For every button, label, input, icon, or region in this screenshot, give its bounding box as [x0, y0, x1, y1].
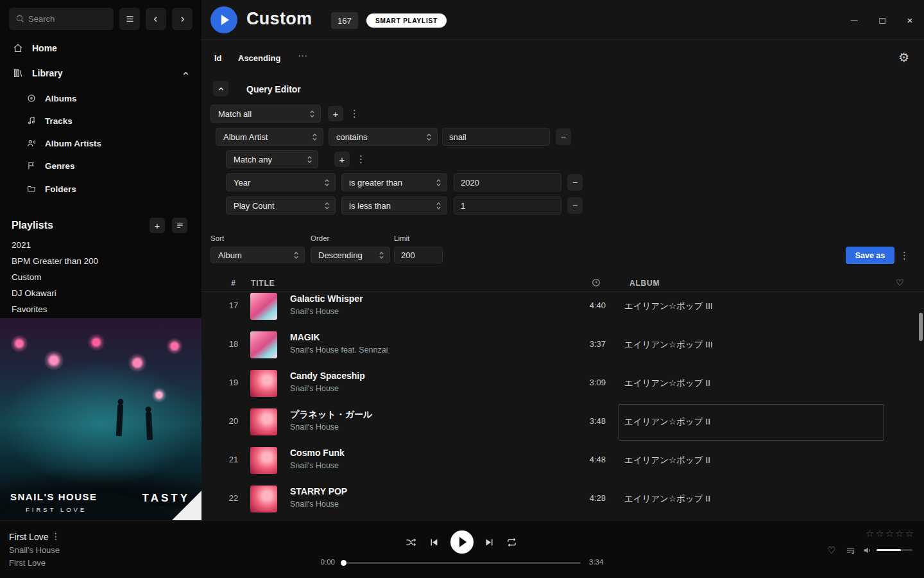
nav-forward-button[interactable] [172, 8, 193, 30]
rule-value-input[interactable] [454, 197, 561, 215]
subgroup-menu-button[interactable]: ⋮ [356, 153, 366, 165]
sidebar-item-library[interactable]: Library [0, 62, 201, 84]
settings-gear-button[interactable]: ⚙ [898, 50, 909, 65]
album-cell-focus-outline [619, 404, 884, 441]
query-editor-collapse-button[interactable] [213, 81, 228, 96]
search-box[interactable] [9, 8, 114, 30]
player-bar: First Love ⋮ Snail's House First Love 0:… [0, 520, 924, 578]
track-row[interactable]: 21 Cosmo Funk Snail's House 4:48 エイリアン☆ポ… [201, 441, 924, 480]
shuffle-button[interactable] [406, 537, 416, 548]
updown-icon [293, 251, 299, 259]
playlists-header: Playlists [12, 217, 193, 234]
save-as-button[interactable]: Save as [846, 247, 894, 264]
window-close-button[interactable]: × [901, 11, 919, 29]
column-header-album[interactable]: ALBUM [629, 279, 660, 288]
favorite-heart-button[interactable]: ♡ [827, 545, 835, 556]
sidebar-item-folders[interactable]: Folders [0, 178, 201, 200]
header-overflow-button[interactable]: ⋯ [298, 50, 307, 62]
rule-operator-select[interactable]: contains [329, 128, 438, 146]
sidebar-item-albums[interactable]: Albums [0, 87, 201, 109]
track-menu-button[interactable]: ⋮ [51, 531, 60, 541]
table-header: # TITLE ALBUM ♡ [201, 275, 924, 292]
updown-icon [436, 202, 441, 210]
playlist-item[interactable]: Custom [0, 269, 201, 285]
search-input[interactable] [28, 8, 110, 30]
playlist-options-button[interactable] [172, 218, 187, 233]
sort-select[interactable]: Album [210, 247, 305, 263]
album-art-thumbnail [250, 447, 277, 474]
star-icon[interactable]: ☆ [875, 528, 884, 539]
sidebar-item-label: Folders [45, 184, 76, 194]
track-row[interactable]: 17 Galactic Whisper Snail's House 4:40 エ… [201, 293, 924, 326]
star-icon[interactable]: ☆ [905, 528, 914, 539]
rule-field-select[interactable]: Album Artist [216, 128, 323, 146]
add-playlist-button[interactable]: + [150, 218, 165, 233]
clock-icon[interactable] [592, 278, 601, 287]
rule-operator-select[interactable]: is greater than [341, 173, 447, 191]
group-menu-button[interactable]: ⋮ [350, 108, 359, 119]
artwork-artist-text: SNAIL'S HOUSE [10, 491, 98, 502]
remove-rule-button[interactable]: − [567, 174, 583, 191]
seek-handle[interactable] [341, 560, 346, 566]
play-pause-button[interactable] [450, 530, 474, 554]
skip-previous-icon [429, 537, 440, 548]
playlist-item[interactable]: DJ Okawari [0, 285, 201, 301]
rule-value-input[interactable] [454, 173, 561, 191]
sort-direction-button[interactable]: Ascending [238, 53, 280, 63]
chevron-up-icon[interactable] [182, 69, 190, 78]
sidebar-item-album-artists[interactable]: Album Artists [0, 132, 201, 154]
track-row[interactable]: 18 MAGIK Snail's House feat. Sennzai 3:3… [201, 326, 924, 364]
menu-button[interactable] [119, 8, 140, 30]
column-header-index[interactable]: # [221, 279, 246, 288]
sort-field-button[interactable]: Id [214, 53, 222, 63]
repeat-button[interactable] [506, 537, 517, 548]
playlist-item[interactable]: 2021 [0, 237, 201, 253]
column-header-title[interactable]: TITLE [251, 279, 275, 288]
order-label: Order [311, 234, 329, 242]
rule-field-select[interactable]: Play Count [226, 197, 336, 215]
window-maximize-button[interactable]: □ [873, 11, 891, 29]
scrollbar-thumb[interactable] [919, 313, 923, 341]
star-icon[interactable]: ☆ [895, 528, 903, 539]
star-icon[interactable]: ☆ [886, 528, 894, 539]
order-select[interactable]: Descending [311, 247, 390, 263]
nav-back-button[interactable] [146, 8, 166, 30]
add-subrule-button[interactable]: + [334, 152, 350, 167]
previous-button[interactable] [429, 537, 440, 548]
sidebar-item-label: Genres [45, 161, 75, 171]
volume-button[interactable] [862, 545, 873, 556]
heart-icon[interactable]: ♡ [896, 277, 904, 288]
star-rating[interactable]: ☆ ☆ ☆ ☆ ☆ [866, 528, 914, 539]
sidebar-item-genres[interactable]: Genres [0, 155, 201, 177]
updown-icon [379, 251, 384, 259]
track-row[interactable]: 20 プラネット・ガール Snail's House 3:48 エイリアン☆ポッ… [201, 403, 924, 441]
main-content: Custom 167 SMART PLAYLIST ─ □ × Id Ascen… [201, 0, 924, 520]
seek-bar[interactable] [343, 562, 581, 564]
remove-rule-button[interactable]: − [567, 197, 583, 214]
add-rule-button[interactable]: + [328, 106, 343, 121]
track-row[interactable]: 19 Candy Spaceship Snail's House 3:09 エイ… [201, 364, 924, 403]
match-type-select[interactable]: Match all [210, 105, 321, 123]
query-overflow-button[interactable]: ⋮ [900, 250, 909, 261]
remove-rule-button[interactable]: − [556, 128, 571, 145]
sidebar-item-home[interactable]: Home [0, 37, 201, 59]
queue-button[interactable] [846, 546, 855, 556]
rule-operator-select[interactable]: is less than [341, 197, 447, 215]
smart-playlist-badge: SMART PLAYLIST [366, 13, 447, 28]
window-minimize-button[interactable]: ─ [845, 11, 863, 29]
play-playlist-button[interactable] [210, 6, 237, 33]
volume-slider[interactable] [877, 549, 912, 551]
now-playing-artist: Snail's House [9, 545, 60, 555]
limit-input[interactable] [394, 247, 443, 263]
rule-field-select[interactable]: Year [226, 173, 336, 191]
star-icon[interactable]: ☆ [866, 528, 874, 539]
now-playing-artwork[interactable]: SNAIL'S HOUSE FIRST LOVE TASTY [0, 318, 201, 520]
next-button[interactable] [484, 537, 495, 548]
subgroup-match-select[interactable]: Match any [226, 150, 318, 168]
sidebar-item-tracks[interactable]: Tracks [0, 110, 201, 132]
chevron-right-icon [178, 15, 187, 24]
rule-value-input[interactable] [442, 128, 550, 146]
playlist-item[interactable]: Favorites [0, 301, 201, 317]
track-row[interactable]: 22 STARRY POP Snail's House 4:28 エイリアン☆ポ… [201, 480, 924, 518]
playlist-item[interactable]: BPM Greater than 200 [0, 253, 201, 269]
